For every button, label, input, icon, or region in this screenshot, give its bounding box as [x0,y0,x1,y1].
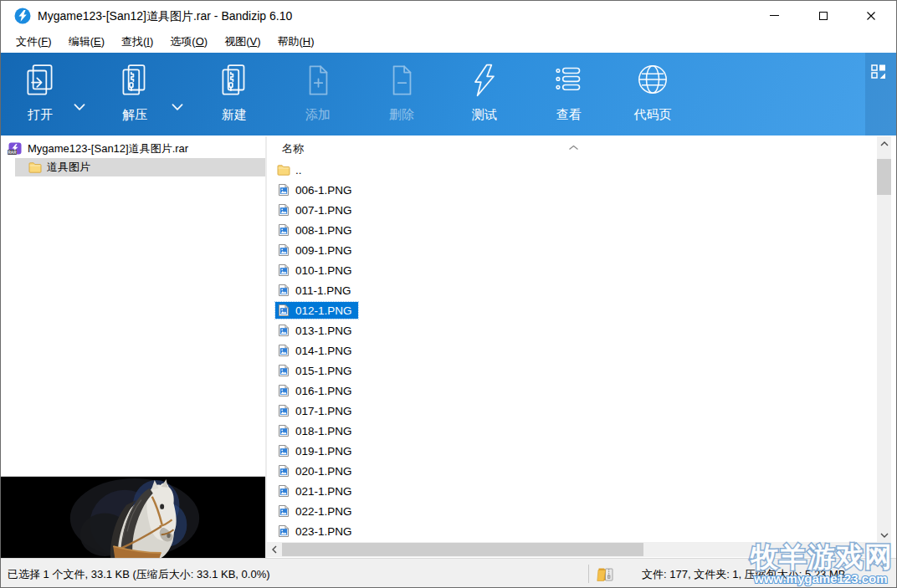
codepage-globe-icon [633,61,672,100]
image-file-icon [277,524,290,538]
maximize-icon [819,12,828,20]
open-icon [21,61,59,100]
image-file-icon [277,324,290,337]
chevron-down-icon [73,103,86,111]
statusbar: 已选择 1 个文件, 33.1 KB (压缩后大小: 33.1 KB, 0.0%… [1,558,896,587]
menu-view[interactable]: 视图(V) [216,31,269,53]
svg-text:RAR: RAR [8,151,18,155]
menu-find[interactable]: 查找(I) [113,31,161,53]
list-item[interactable]: 007-1.PNG [267,200,876,220]
image-file-icon [277,243,290,257]
list-item[interactable]: 017-1.PNG [267,401,876,421]
image-file-icon [277,424,290,437]
image-file-icon [277,263,290,277]
preview-pane [1,476,265,558]
image-file-icon [277,203,290,217]
tree-item-folder[interactable]: 道具图片 [15,158,265,176]
open-button[interactable]: 打开 [11,61,69,130]
archive-tree-panel: RAR Mygame123-[San12]道具图片.rar 道具图片 [1,136,265,476]
minimize-icon [770,15,779,16]
delete-button: 删除 [372,61,431,130]
image-file-icon [277,384,290,397]
scroll-down-arrow-icon[interactable] [877,528,891,542]
list-item[interactable]: 013-1.PNG [267,320,876,340]
preview-image-horse [1,477,265,558]
selection-status-text: 已选择 1 个文件, 33.1 KB (压缩后大小: 33.1 KB, 0.0%… [8,567,270,582]
list-item[interactable]: 006-1.PNG [267,180,876,200]
add-button: 添加 [289,61,347,130]
list-item[interactable]: 016-1.PNG [267,381,876,401]
horizontal-scrollbar[interactable] [267,542,876,557]
image-file-icon [277,344,290,357]
close-icon [866,11,876,21]
menu-edit[interactable]: 编辑(E) [60,31,113,53]
image-file-icon [277,284,290,297]
image-file-icon [277,404,290,417]
list-item[interactable]: 008-1.PNG [267,220,876,240]
image-file-icon [277,223,290,237]
bandizip-window: Mygame123-[San12]道具图片.rar - Bandizip 6.1… [0,0,897,588]
extract-button[interactable]: 解压 [105,61,164,130]
vertical-scrollbar-thumb[interactable] [877,159,891,195]
file-rows: .. 006-1.PNG 007-1.PNG 008-1.PNG 009-1.P… [267,160,876,541]
image-file-icon [277,504,290,518]
delete-icon [382,61,421,100]
archive-stats-text: 文件: 177, 文件夹: 1, 压缩包大小: 5.23 MB [642,567,845,582]
view-button[interactable]: 查看 [540,61,598,130]
add-icon [299,61,337,100]
tree-root-label: Mygame123-[San12]道具图片.rar [28,141,188,156]
image-file-icon [277,304,290,317]
chevron-down-icon [171,103,184,111]
folder-icon [28,161,42,174]
layout-grid-icon[interactable] [871,64,885,79]
extract-icon [115,61,154,100]
file-list: 名称 .. 006-1.PNG 007-1.PNG 008-1.PNG 009-… [267,136,876,542]
extract-dropdown-chevron[interactable] [171,100,187,111]
list-item[interactable]: 018-1.PNG [267,421,876,441]
list-item[interactable]: 020-1.PNG [267,461,876,481]
scrollbar-corner [876,542,891,557]
status-separator [588,565,589,583]
image-file-icon [277,484,290,498]
tree-item-archive-root[interactable]: RAR Mygame123-[San12]道具图片.rar [1,140,265,158]
list-item[interactable]: 023-1.PNG [267,521,876,541]
titlebar[interactable]: Mygame123-[San12]道具图片.rar - Bandizip 6.1… [1,1,896,31]
list-item[interactable]: 014-1.PNG [267,340,876,360]
list-item[interactable]: 015-1.PNG [267,360,876,381]
scroll-right-arrow-icon[interactable] [862,542,876,557]
horizontal-scrollbar-thumb[interactable] [282,543,643,556]
image-file-icon [277,444,290,458]
menu-options[interactable]: 选项(O) [161,31,216,53]
list-item[interactable]: 010-1.PNG [267,260,876,280]
list-item[interactable]: .. [267,160,876,180]
menu-file[interactable]: 文件(F) [8,31,60,53]
archive-folder-icon [597,565,615,583]
toolbar: 打开 解压 新建 [1,53,896,135]
list-item[interactable]: 011-1.PNG [267,280,876,300]
app-logo-icon [14,8,31,24]
menu-help[interactable]: 帮助(H) [269,31,322,53]
list-item-selected[interactable]: 012-1.PNG [267,300,876,320]
list-item[interactable]: 021-1.PNG [267,481,876,501]
image-file-icon [277,464,290,478]
list-item[interactable]: 022-1.PNG [267,501,876,521]
list-item[interactable]: 009-1.PNG [267,240,876,260]
codepage-button[interactable]: 代码页 [618,61,688,130]
window-title: Mygame123-[San12]道具图片.rar - Bandizip 6.1… [38,9,292,24]
vertical-scrollbar[interactable] [877,136,891,542]
image-file-icon [277,364,290,377]
test-lightning-icon [465,61,504,100]
sort-ascending-icon [568,139,579,154]
list-item[interactable]: 019-1.PNG [267,441,876,461]
folder-icon [277,163,290,176]
open-dropdown-chevron[interactable] [73,100,90,111]
rar-file-icon: RAR [8,142,23,156]
test-button[interactable]: 测试 [455,61,514,130]
new-archive-button[interactable]: 新建 [205,61,264,130]
close-button[interactable] [852,2,890,29]
scroll-up-arrow-icon[interactable] [877,136,891,151]
scroll-left-arrow-icon[interactable] [267,542,281,557]
new-archive-icon [215,61,254,100]
minimize-button[interactable] [755,2,793,29]
maximize-button[interactable] [804,2,843,29]
